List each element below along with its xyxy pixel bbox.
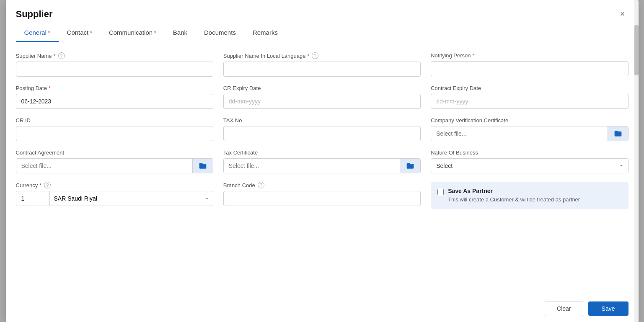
- currency-select[interactable]: SAR Saudi Riyal: [50, 191, 213, 206]
- currency-help-icon[interactable]: ?: [44, 182, 51, 188]
- company-verification-file-group: [431, 126, 628, 141]
- modal-title: Supplier: [16, 9, 53, 20]
- currency-amount-input[interactable]: [16, 191, 50, 206]
- save-button[interactable]: Save: [588, 301, 628, 316]
- contract-agreement-label: Contract Agreement: [16, 149, 213, 156]
- tab-contact[interactable]: Contact *: [59, 24, 101, 42]
- folder-icon: [614, 129, 622, 138]
- notifying-person-group: Notifying Person *: [431, 52, 628, 77]
- contract-agreement-browse-btn[interactable]: [192, 159, 213, 173]
- currency-group: Currency * ? SAR Saudi Riyal: [16, 182, 213, 209]
- cr-expiry-label: CR Expiry Date: [223, 85, 421, 91]
- branch-code-group: Branch Code ?: [223, 182, 421, 209]
- save-as-partner-text: Save As Partner This will create a Custo…: [448, 188, 580, 204]
- company-verification-browse-btn[interactable]: [608, 126, 628, 141]
- cr-expiry-group: CR Expiry Date: [223, 85, 421, 109]
- supplier-name-help-icon[interactable]: ?: [58, 52, 65, 59]
- posting-date-group: Posting Date *: [16, 85, 213, 109]
- tab-communication[interactable]: Communication *: [101, 24, 165, 42]
- cr-id-input[interactable]: [16, 126, 213, 141]
- save-as-partner-box: Save As Partner This will create a Custo…: [431, 182, 628, 209]
- folder-icon: [199, 162, 207, 170]
- scrollbar-track[interactable]: [634, 0, 639, 322]
- tabs-container: General * Contact * Communication * Bank…: [6, 24, 639, 42]
- nature-of-business-label: Nature Of Business: [431, 149, 628, 156]
- cr-id-group: CR ID: [16, 117, 213, 141]
- tax-no-label: TAX No: [223, 117, 421, 124]
- nature-of-business-select[interactable]: Select: [431, 158, 628, 173]
- branch-code-help-icon[interactable]: ?: [258, 182, 264, 188]
- tax-certificate-file-group: [223, 158, 421, 173]
- notifying-person-label: Notifying Person *: [431, 52, 628, 59]
- folder-icon: [406, 162, 414, 170]
- tax-no-group: TAX No: [223, 117, 421, 141]
- company-verification-file-input[interactable]: [431, 126, 607, 141]
- tax-no-input[interactable]: [223, 126, 421, 141]
- supplier-name-local-group: Supplier Name In Local Language * ?: [223, 52, 421, 77]
- branch-code-label: Branch Code ?: [223, 182, 421, 188]
- supplier-name-label: Supplier Name * ?: [16, 52, 213, 59]
- save-as-partner-checkbox[interactable]: [437, 189, 444, 195]
- clear-button[interactable]: Clear: [545, 301, 583, 316]
- scrollbar-thumb[interactable]: [634, 25, 639, 75]
- nature-of-business-group: Nature Of Business Select: [431, 149, 628, 173]
- contract-expiry-input[interactable]: [431, 94, 628, 109]
- branch-code-input[interactable]: [223, 191, 421, 206]
- tab-remarks[interactable]: Remarks: [244, 24, 286, 42]
- contract-agreement-file-input[interactable]: [16, 159, 192, 173]
- supplier-modal: Supplier × General * Contact * Communica…: [6, 0, 639, 322]
- modal-header: Supplier ×: [6, 0, 639, 21]
- supplier-name-local-label: Supplier Name In Local Language * ?: [223, 52, 421, 59]
- supplier-name-group: Supplier Name * ?: [16, 52, 213, 77]
- modal-body: Supplier Name * ? Supplier Name In Local…: [6, 42, 639, 295]
- supplier-name-local-help-icon[interactable]: ?: [312, 52, 318, 59]
- company-verification-group: Company Verification Certificate: [431, 117, 628, 141]
- tab-general[interactable]: General *: [16, 24, 59, 42]
- posting-date-label: Posting Date *: [16, 85, 213, 91]
- cr-expiry-input[interactable]: [223, 94, 421, 109]
- currency-input-group: SAR Saudi Riyal: [16, 191, 213, 206]
- tax-certificate-label: Tax Certificate: [223, 149, 421, 156]
- save-as-partner-description: This will create a Customer & will be tr…: [448, 196, 580, 204]
- save-as-partner-title: Save As Partner: [448, 188, 580, 194]
- cr-id-label: CR ID: [16, 117, 213, 124]
- modal-footer: Clear Save: [6, 295, 639, 322]
- posting-date-input[interactable]: [16, 94, 213, 109]
- contract-agreement-file-group: [16, 158, 213, 173]
- contract-expiry-label: Contract Expiry Date: [431, 85, 628, 91]
- tax-certificate-file-input[interactable]: [224, 159, 400, 173]
- contract-agreement-group: Contract Agreement: [16, 149, 213, 173]
- tab-bank[interactable]: Bank: [165, 24, 196, 42]
- currency-label: Currency * ?: [16, 182, 213, 188]
- company-verification-label: Company Verification Certificate: [431, 117, 628, 124]
- close-button[interactable]: ×: [617, 8, 628, 21]
- supplier-name-local-input[interactable]: [223, 62, 421, 77]
- save-as-partner-group: Save As Partner This will create a Custo…: [431, 182, 628, 209]
- form-grid: Supplier Name * ? Supplier Name In Local…: [16, 52, 628, 209]
- tab-documents[interactable]: Documents: [196, 24, 244, 42]
- supplier-name-input[interactable]: [16, 62, 213, 77]
- tax-certificate-browse-btn[interactable]: [400, 159, 420, 173]
- contract-expiry-group: Contract Expiry Date: [431, 85, 628, 109]
- notifying-person-input[interactable]: [431, 61, 628, 76]
- tax-certificate-group: Tax Certificate: [223, 149, 421, 173]
